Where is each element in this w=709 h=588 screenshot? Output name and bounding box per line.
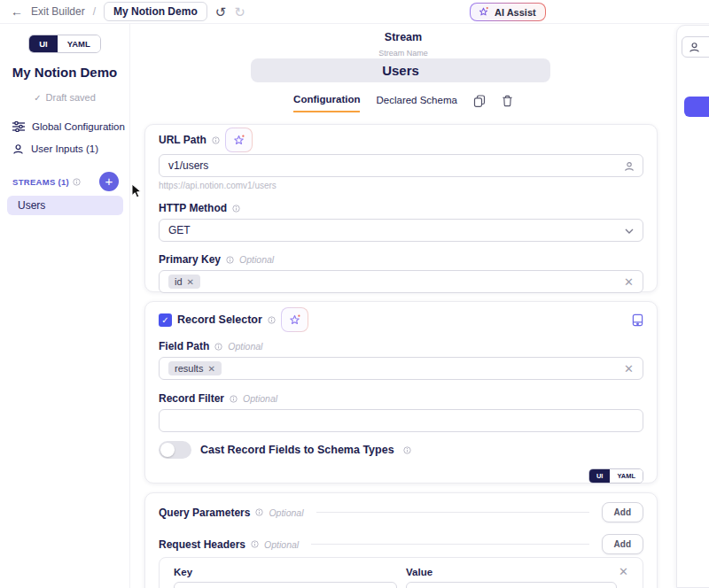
field-path-label: Field Path bbox=[159, 340, 209, 352]
stream-name-label: Stream Name bbox=[130, 49, 676, 58]
url-preview-text: https://api.notion.comv1/users bbox=[159, 181, 643, 190]
back-icon[interactable]: ← bbox=[11, 5, 23, 18]
sparkle-icon bbox=[478, 6, 489, 18]
redo-icon[interactable]: ↻ bbox=[234, 5, 245, 19]
value-label: Value bbox=[406, 567, 617, 577]
user-icon bbox=[689, 42, 700, 53]
remove-row-icon[interactable]: ✕ bbox=[619, 565, 628, 578]
stream-heading: Stream bbox=[130, 31, 676, 43]
http-method-label: HTTP Method bbox=[159, 202, 227, 214]
info-icon bbox=[226, 256, 234, 264]
connector-name-input[interactable]: My Notion Demo bbox=[104, 2, 207, 21]
primary-key-tag: id ✕ bbox=[168, 275, 200, 289]
top-bar: ← Exit Builder / My Notion Demo ↺ ↻ AI A… bbox=[0, 0, 709, 24]
breadcrumb-separator: / bbox=[93, 5, 96, 18]
record-filter-input[interactable] bbox=[159, 409, 643, 432]
sidebar-item-label: Global Configuration bbox=[32, 121, 125, 132]
request-options-card: Query Parameters Optional Add Request He… bbox=[144, 492, 658, 588]
stream-config-panel: Stream Stream Name Users Configuration D… bbox=[130, 24, 676, 588]
undo-icon[interactable]: ↺ bbox=[215, 5, 227, 19]
sidebar-item-user-inputs[interactable]: User Inputs (1) bbox=[12, 141, 129, 157]
draft-status: ✓ Draft saved bbox=[0, 92, 129, 103]
header-value-input[interactable]: 2022-06-28 bbox=[406, 582, 617, 588]
url-path-input[interactable]: v1/users bbox=[159, 154, 643, 177]
testing-values-button[interactable] bbox=[682, 36, 709, 58]
toggle-yaml-option[interactable]: YAML bbox=[58, 35, 100, 52]
sliders-icon bbox=[12, 121, 25, 132]
builder-sidebar: UI YAML My Notion Demo ✓ Draft saved Glo… bbox=[0, 24, 130, 588]
chevron-down-icon bbox=[625, 228, 634, 234]
tab-configuration[interactable]: Configuration bbox=[293, 94, 360, 112]
clear-icon[interactable]: ✕ bbox=[624, 275, 634, 289]
ai-suggest-button[interactable] bbox=[281, 307, 308, 332]
test-stream-button[interactable] bbox=[684, 97, 709, 117]
cast-fields-toggle[interactable] bbox=[159, 441, 191, 459]
record-selector-ui-yaml-toggle[interactable]: UI YAML bbox=[588, 468, 643, 484]
record-selector-checkbox[interactable]: ✓ bbox=[159, 313, 172, 327]
primary-key-label: Primary Key bbox=[159, 253, 221, 266]
testing-panel bbox=[676, 25, 709, 588]
ai-assist-label: AI Assist bbox=[495, 7, 536, 18]
streams-label: STREAMS (1) bbox=[12, 177, 69, 187]
remove-tag-icon[interactable]: ✕ bbox=[187, 277, 194, 287]
stream-tabs: Configuration Declared Schema bbox=[130, 92, 676, 113]
cast-fields-label: Cast Record Fields to Schema Types bbox=[200, 444, 394, 456]
optional-label: Optional bbox=[228, 341, 262, 352]
stream-name-input[interactable]: Users bbox=[251, 58, 550, 82]
connector-builder-app: ← Exit Builder / My Notion Demo ↺ ↻ AI A… bbox=[0, 0, 709, 588]
info-icon bbox=[255, 508, 263, 516]
trash-icon[interactable] bbox=[502, 95, 513, 107]
info-icon bbox=[232, 205, 240, 213]
record-selector-title: Record Selector bbox=[177, 313, 262, 326]
ui-yaml-toggle[interactable]: UI YAML bbox=[28, 35, 101, 53]
exit-builder-link[interactable]: Exit Builder bbox=[31, 5, 85, 18]
record-filter-label: Record Filter bbox=[159, 392, 224, 405]
divider bbox=[316, 512, 589, 513]
sidebar-item-label: User Inputs (1) bbox=[31, 143, 98, 154]
toggle-ui-option[interactable]: UI bbox=[589, 469, 611, 483]
add-request-header-button[interactable]: Add bbox=[602, 534, 643, 554]
remove-tag-icon[interactable]: ✕ bbox=[207, 364, 214, 374]
optional-label: Optional bbox=[269, 507, 303, 518]
request-header-row: Key Value ✕ Notion-Version 2022-06-28 bbox=[159, 557, 643, 588]
connector-title: My Notion Demo bbox=[0, 65, 129, 80]
add-query-parameter-button[interactable]: Add bbox=[602, 502, 643, 522]
streams-header: STREAMS (1) + bbox=[0, 172, 129, 191]
record-selector-card: ✓ Record Selector Field Path Optional re… bbox=[144, 301, 658, 484]
key-label: Key bbox=[174, 567, 406, 577]
copy-icon[interactable] bbox=[473, 95, 486, 107]
sidebar-stream-users[interactable]: Users bbox=[7, 196, 123, 215]
toggle-ui-option[interactable]: UI bbox=[29, 35, 58, 52]
info-icon bbox=[230, 395, 238, 403]
info-icon bbox=[214, 343, 222, 351]
field-path-tag: results ✕ bbox=[168, 361, 222, 375]
info-icon bbox=[403, 446, 411, 454]
user-icon bbox=[12, 143, 24, 155]
info-icon bbox=[268, 316, 276, 324]
field-path-input[interactable]: results ✕ ✕ bbox=[159, 357, 643, 380]
user-icon[interactable] bbox=[624, 161, 635, 172]
info-icon bbox=[251, 540, 259, 548]
http-method-select[interactable]: GET bbox=[159, 219, 643, 242]
tab-declared-schema[interactable]: Declared Schema bbox=[376, 95, 456, 112]
docs-icon[interactable] bbox=[632, 313, 643, 327]
optional-label: Optional bbox=[239, 254, 274, 265]
divider bbox=[311, 544, 588, 545]
primary-key-input[interactable]: id ✕ ✕ bbox=[159, 270, 643, 293]
url-path-label: URL Path bbox=[159, 134, 206, 146]
header-key-input[interactable]: Notion-Version bbox=[174, 582, 397, 588]
sidebar-nav: Global Configuration User Inputs (1) bbox=[0, 119, 129, 157]
info-icon bbox=[73, 178, 81, 186]
info-icon bbox=[212, 136, 220, 144]
toggle-yaml-option[interactable]: YAML bbox=[610, 469, 643, 483]
sidebar-item-global-configuration[interactable]: Global Configuration bbox=[12, 119, 129, 135]
add-stream-button[interactable]: + bbox=[99, 172, 119, 191]
request-headers-label: Request Headers bbox=[159, 538, 245, 551]
mouse-cursor-icon bbox=[131, 183, 142, 198]
ai-assist-button[interactable]: AI Assist bbox=[470, 3, 546, 21]
optional-label: Optional bbox=[264, 539, 299, 550]
optional-label: Optional bbox=[243, 393, 277, 404]
requester-card: URL Path v1/users https://api.notion.com… bbox=[144, 124, 658, 292]
clear-icon[interactable]: ✕ bbox=[624, 362, 634, 375]
ai-suggest-button[interactable] bbox=[225, 128, 253, 152]
